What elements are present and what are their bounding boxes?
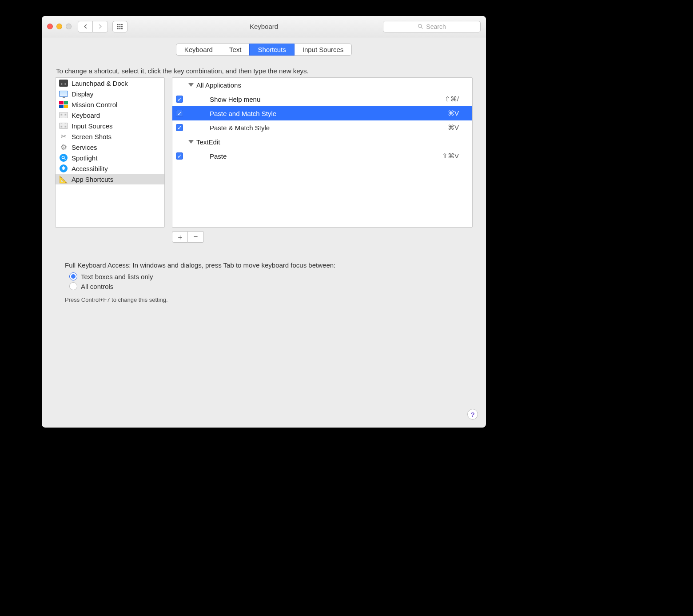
shortcut-name: Show Help menu (187, 96, 445, 103)
svg-line-3 (64, 158, 65, 160)
instruction-text: To change a shortcut, select it, click t… (56, 67, 472, 75)
category-label: Launchpad & Dock (72, 80, 128, 87)
group-label: TextEdit (196, 138, 459, 146)
tab-bar: KeyboardTextShortcutsInput Sources (52, 44, 476, 56)
content: KeyboardTextShortcutsInput Sources To ch… (42, 44, 486, 313)
add-button[interactable]: ＋ (172, 231, 188, 243)
scissors-icon: ✂︎ (59, 132, 68, 140)
spotlight-icon (59, 154, 68, 162)
category-spotlight[interactable]: Spotlight (56, 152, 164, 163)
svg-point-2 (62, 156, 64, 159)
category-app-shortcuts[interactable]: 📐App Shortcuts (56, 174, 164, 184)
nav-buttons (78, 21, 108, 32)
display-icon (59, 90, 68, 98)
enable-checkbox[interactable] (176, 124, 183, 131)
fka-option-0[interactable]: Text boxes and lists only (69, 272, 458, 280)
fka-label: Full Keyboard Access: In windows and dia… (65, 261, 463, 269)
show-all-button[interactable] (112, 21, 127, 32)
tab-keyboard[interactable]: Keyboard (176, 44, 221, 56)
window-controls (47, 24, 72, 29)
help-button[interactable]: ? (467, 409, 478, 420)
shortcut-row[interactable]: Show Help menu⇧⌘/ (172, 92, 472, 106)
titlebar: Keyboard Search (42, 16, 486, 37)
keyboard-icon (59, 122, 68, 130)
category-services[interactable]: ⚙︎Services (56, 142, 164, 152)
category-label: Keyboard (72, 112, 100, 119)
category-label: Accessibility (72, 165, 108, 172)
category-label: App Shortcuts (72, 176, 113, 183)
shortcut-row[interactable]: Paste & Match Style⌘V (172, 120, 472, 135)
shortcut-name: Paste and Match Style (187, 110, 448, 117)
search-icon (418, 24, 423, 29)
minimize-button[interactable] (56, 24, 62, 29)
enable-checkbox[interactable] (176, 96, 183, 103)
search-input[interactable]: Search (383, 21, 481, 32)
disclosure-triangle-icon[interactable] (188, 83, 194, 87)
launchpad-icon (59, 79, 68, 87)
remove-button[interactable]: − (188, 231, 204, 243)
category-accessibility[interactable]: ✱Accessibility (56, 163, 164, 174)
category-mission-control[interactable]: Mission Control (56, 99, 164, 110)
category-label: Screen Shots (72, 133, 112, 140)
shortcut-name: Paste & Match Style (187, 124, 448, 132)
category-label: Mission Control (72, 101, 117, 108)
enable-checkbox[interactable] (176, 152, 183, 160)
shortcut-keys[interactable]: ⌘V (448, 109, 459, 117)
gear-icon: ⚙︎ (59, 143, 68, 151)
category-display[interactable]: Display (56, 88, 164, 99)
category-keyboard[interactable]: Keyboard (56, 110, 164, 120)
svg-line-1 (422, 27, 423, 28)
radio-label: All controls (81, 283, 113, 290)
preferences-window: Keyboard Search KeyboardTextShortcutsInp… (42, 16, 486, 428)
fka-radios: Text boxes and lists onlyAll controls (69, 272, 458, 290)
search-placeholder: Search (426, 23, 446, 30)
category-launchpad-dock[interactable]: Launchpad & Dock (56, 78, 164, 88)
close-button[interactable] (47, 24, 53, 29)
app-icon: 📐 (59, 175, 68, 183)
add-remove-buttons: ＋ − (172, 231, 476, 243)
radio-button[interactable] (69, 282, 77, 290)
tab-input-sources[interactable]: Input Sources (294, 44, 352, 56)
category-label: Spotlight (72, 154, 97, 162)
back-button[interactable] (78, 21, 93, 32)
svg-point-0 (418, 24, 422, 28)
category-label: Services (72, 144, 97, 151)
zoom-button[interactable] (66, 24, 72, 29)
mission-icon (59, 100, 68, 108)
forward-button[interactable] (93, 21, 108, 32)
radio-button[interactable] (69, 272, 77, 280)
grid-icon (117, 24, 123, 30)
shortcut-keys[interactable]: ⇧⌘/ (445, 95, 459, 103)
category-list[interactable]: Launchpad & DockDisplayMission ControlKe… (55, 77, 165, 228)
shortcut-name: Paste (187, 152, 442, 160)
fka-hint: Press Control+F7 to change this setting. (65, 296, 463, 303)
group-textedit[interactable]: TextEdit (172, 135, 472, 149)
shortcut-keys[interactable]: ⇧⌘V (442, 152, 459, 160)
disclosure-triangle-icon[interactable] (188, 140, 194, 144)
category-label: Input Sources (72, 122, 113, 130)
tab-shortcuts[interactable]: Shortcuts (249, 44, 294, 56)
category-input-sources[interactable]: Input Sources (56, 120, 164, 131)
radio-label: Text boxes and lists only (81, 273, 153, 280)
shortcut-tree[interactable]: All ApplicationsShow Help menu⇧⌘/Paste a… (172, 77, 473, 228)
shortcut-keys[interactable]: ⌘V (448, 124, 459, 132)
category-label: Display (72, 90, 93, 98)
shortcut-panes: Launchpad & DockDisplayMission ControlKe… (55, 77, 473, 228)
tab-text[interactable]: Text (221, 44, 250, 56)
shortcut-row[interactable]: Paste⇧⌘V (172, 149, 472, 163)
fka-option-1[interactable]: All controls (69, 282, 458, 290)
enable-checkbox[interactable] (176, 110, 183, 117)
shortcut-row[interactable]: Paste and Match Style⌘V (172, 106, 472, 120)
accessibility-icon: ✱ (59, 164, 68, 172)
group-label: All Applications (196, 81, 459, 89)
category-screen-shots[interactable]: ✂︎Screen Shots (56, 131, 164, 142)
group-all-applications[interactable]: All Applications (172, 78, 472, 92)
keyboard-icon (59, 111, 68, 119)
